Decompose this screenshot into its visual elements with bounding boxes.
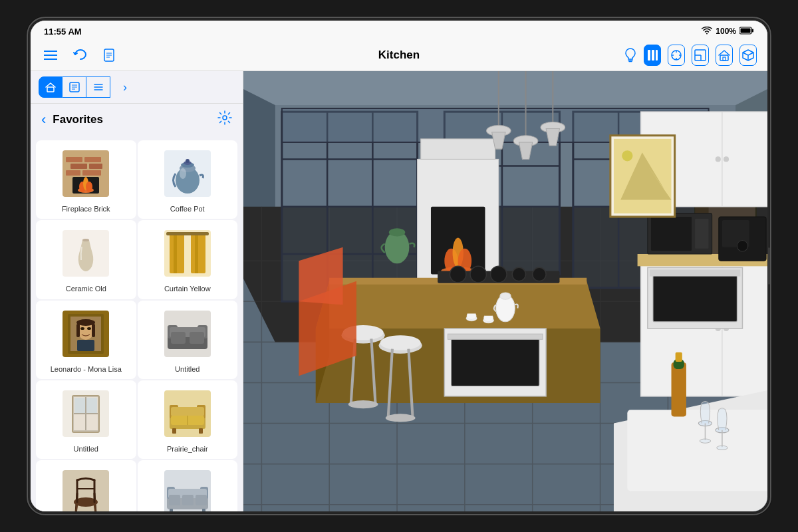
svg-rect-43	[66, 170, 80, 176]
svg-rect-228	[676, 352, 682, 362]
svg-rect-209	[653, 275, 737, 322]
list-item[interactable]: Untitled	[138, 301, 238, 379]
svg-rect-2	[741, 28, 751, 33]
svg-point-231	[700, 439, 710, 443]
svg-point-73	[87, 327, 91, 330]
svg-rect-87	[74, 398, 85, 413]
prairie-label: Prairie_chair	[167, 444, 208, 454]
svg-rect-210	[650, 269, 740, 276]
svg-rect-42	[89, 164, 102, 169]
svg-rect-117	[202, 509, 205, 511]
sidebar-expand-btn[interactable]: ›	[116, 78, 134, 96]
status-bar: 11:55 AM 100%	[31, 21, 767, 39]
svg-point-236	[389, 228, 405, 236]
svg-rect-97	[199, 428, 203, 434]
svg-point-196	[724, 156, 729, 162]
untitled2-thumb	[59, 387, 112, 440]
svg-point-178	[500, 293, 511, 299]
svg-point-172	[512, 267, 525, 281]
svg-rect-225	[627, 410, 767, 491]
floor-plan-icon-btn[interactable]	[692, 45, 709, 66]
svg-rect-94	[171, 407, 204, 416]
main-3d-view	[243, 71, 767, 511]
list-item[interactable]: Fireplace Brick	[36, 140, 136, 219]
svg-rect-29	[47, 87, 54, 92]
untitled2-label: Untitled	[74, 444, 98, 454]
svg-rect-176	[448, 334, 543, 339]
nav-bar: Kitchen	[31, 39, 767, 71]
svg-rect-175	[452, 338, 539, 386]
curtain-label: Curtain Yellow	[164, 284, 211, 293]
page-title: Kitchen	[174, 49, 624, 62]
ipad-device: 11:55 AM 100%	[27, 17, 771, 515]
svg-rect-1	[752, 29, 754, 32]
list-item[interactable]: Curtain Yellow	[138, 220, 238, 299]
sidebar-tabs: ›	[31, 71, 243, 104]
svg-point-188	[380, 335, 421, 350]
list-item[interactable]: Leonardo - Mona Lisa	[36, 301, 136, 379]
svg-point-56	[180, 168, 186, 179]
svg-point-58	[82, 239, 89, 241]
undo-icon[interactable]	[70, 46, 89, 65]
list-item[interactable]: Ceramic Old	[36, 220, 136, 299]
list-item[interactable]: Untitled	[36, 380, 136, 459]
svg-marker-164	[316, 281, 600, 329]
svg-rect-204	[695, 219, 708, 249]
svg-point-223	[622, 150, 632, 161]
list-item[interactable]: Prairie_chair	[138, 380, 238, 459]
svg-rect-81	[190, 332, 204, 344]
sidebar-back-btn[interactable]: ‹	[41, 111, 46, 128]
document-icon[interactable]	[100, 46, 118, 65]
tab-home[interactable]	[39, 76, 63, 98]
house-icon-btn[interactable]	[716, 45, 733, 66]
svg-point-72	[80, 327, 84, 330]
svg-rect-41	[70, 164, 87, 169]
svg-rect-114	[182, 495, 194, 505]
cube-icon-btn[interactable]	[739, 45, 757, 66]
battery-percent: 100%	[716, 27, 736, 36]
home-button-side	[768, 248, 771, 285]
menu-icon[interactable]	[41, 46, 60, 65]
svg-rect-61	[174, 233, 177, 273]
tab-list[interactable]	[86, 76, 110, 98]
svg-rect-71	[92, 324, 95, 337]
list-item[interactable]: Chair_002	[36, 460, 136, 511]
library-icon-btn[interactable]	[644, 45, 661, 66]
sidebar: › ‹ Favorites	[31, 71, 243, 511]
coffeepot-label: Coffee Pot	[170, 204, 205, 213]
svg-rect-12	[648, 50, 650, 61]
svg-point-171	[491, 266, 507, 282]
ceramic-label: Ceramic Old	[66, 284, 106, 293]
sidebar-title: Favorites	[53, 113, 217, 126]
wifi-icon	[702, 27, 712, 37]
svg-rect-74	[77, 340, 94, 351]
status-time: 11:55 AM	[44, 27, 82, 37]
svg-point-173	[533, 267, 546, 281]
ruler-icon-btn[interactable]	[668, 45, 685, 66]
fireplace-thumb	[59, 147, 112, 200]
svg-point-192	[386, 414, 416, 422]
tab-edit[interactable]	[63, 76, 86, 98]
ipad-screen: 11:55 AM 100%	[31, 21, 767, 511]
prairie-thumb	[161, 387, 214, 440]
svg-rect-96	[172, 428, 176, 434]
svg-rect-64	[166, 232, 209, 235]
svg-point-55	[186, 159, 190, 163]
svg-rect-13	[652, 50, 654, 61]
svg-point-195	[716, 156, 721, 162]
untitled1-thumb	[161, 307, 214, 360]
nav-left	[41, 46, 174, 65]
svg-rect-14	[656, 50, 658, 61]
list-item[interactable]: Sofa3x_amazing	[138, 460, 238, 511]
svg-rect-23	[720, 55, 728, 61]
lightbulb-icon[interactable]	[624, 46, 637, 65]
sidebar-settings-btn[interactable]	[217, 110, 232, 128]
curtain-thumb	[161, 227, 214, 280]
svg-rect-115	[196, 495, 207, 505]
svg-rect-226	[672, 362, 686, 416]
list-item[interactable]: Coffee Pot	[138, 140, 238, 219]
fireplace-label: Fireplace Brick	[62, 204, 110, 213]
svg-rect-80	[171, 332, 186, 344]
svg-point-207	[737, 241, 747, 251]
svg-rect-88	[86, 398, 97, 413]
